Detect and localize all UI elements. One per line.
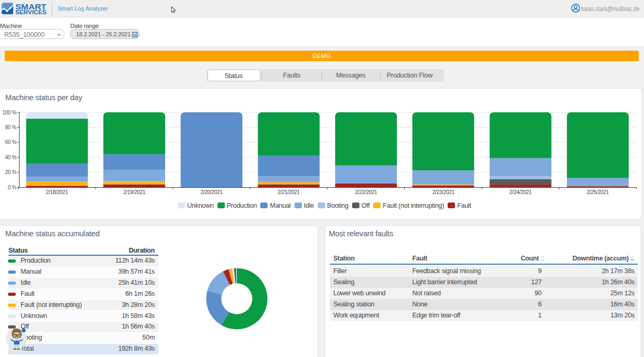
svg-text:2/23/2021: 2/23/2021 xyxy=(432,189,455,195)
svg-text:2/22/2021: 2/22/2021 xyxy=(355,189,378,195)
svg-text:40 %: 40 % xyxy=(5,155,16,160)
svg-text:2/20/2021: 2/20/2021 xyxy=(201,189,223,195)
svg-text:100 %: 100 % xyxy=(2,110,16,115)
svg-text:2/18/2021: 2/18/2021 xyxy=(46,189,69,195)
svg-text:20 %: 20 % xyxy=(5,169,16,175)
svg-text:60 %: 60 % xyxy=(5,139,16,145)
svg-text:80 %: 80 % xyxy=(5,124,16,130)
svg-text:0 %: 0 % xyxy=(8,185,17,190)
svg-text:2/21/2021: 2/21/2021 xyxy=(278,189,300,195)
svg-text:2/25/2021: 2/25/2021 xyxy=(587,189,610,195)
svg-text:2/19/2021: 2/19/2021 xyxy=(123,189,146,195)
svg-text:2/24/2021: 2/24/2021 xyxy=(509,189,532,195)
